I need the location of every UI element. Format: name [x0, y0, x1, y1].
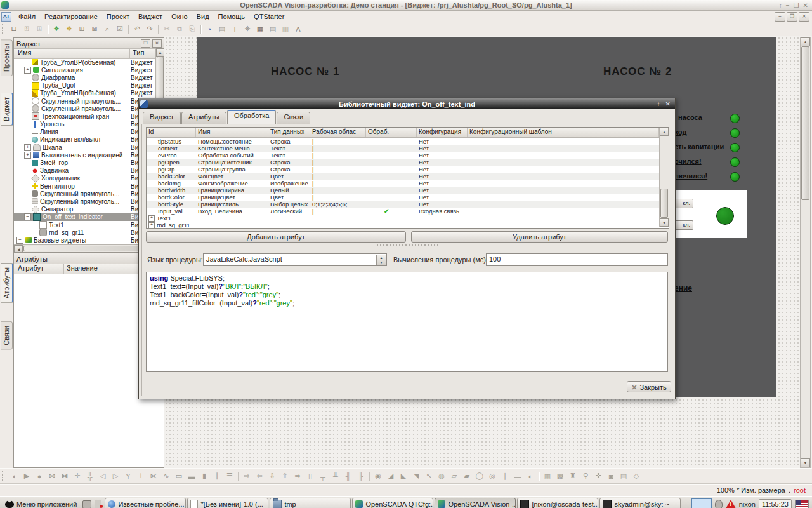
- dock-tab-Связи[interactable]: Связи: [1, 321, 13, 350]
- mouse-settings-icon[interactable]: [715, 500, 723, 508]
- toolbar-icon-21[interactable]: ❋: [242, 23, 253, 34]
- mdi-restore-button[interactable]: ❐: [787, 12, 797, 22]
- tree-item-Труба_Ugol[interactable]: Труба_UgolВиджет: [14, 82, 156, 90]
- element-toolbar-icon-1[interactable]: ▶: [21, 471, 32, 481]
- table-header-Конфигурационный шаблон[interactable]: Конфигурационный шаблон: [468, 128, 659, 137]
- element-toolbar-icon-22[interactable]: ⇧: [279, 471, 291, 481]
- attribute-row-evProc[interactable]: evProcОбработка событийТекст|Нет: [147, 152, 669, 159]
- scrollbar-thumb[interactable]: [801, 46, 809, 200]
- tree-item-Диафрагма[interactable]: ДиафрагмаВиджет: [14, 74, 156, 81]
- column-name[interactable]: Имя: [14, 49, 31, 58]
- toolbar-icon-18[interactable]: ◔: [204, 23, 215, 34]
- column-type[interactable]: Тип: [129, 49, 144, 58]
- attribute-row-bordWidth[interactable]: bordWidthГраница:ширинаЦелый|Нет: [147, 187, 669, 194]
- element-toolbar-icon-21[interactable]: ⇩: [266, 471, 278, 481]
- tree-item-Базовые виджеты[interactable]: −Базовые виджетыБиблиотека: [14, 236, 156, 244]
- element-toolbar-icon-37[interactable]: ▰: [461, 471, 473, 481]
- toolbar-icon-25[interactable]: A: [292, 23, 304, 34]
- procedure-code-editor[interactable]: using Special.FLibSYS;Text1_text=(Input_…: [146, 272, 668, 372]
- menu-Проект[interactable]: Проект: [102, 12, 134, 21]
- tree-item-rnd_sq_gr11[interactable]: rnd_sq_gr11Виджет: [14, 229, 156, 236]
- element-toolbar-icon-6[interactable]: ╬: [84, 471, 96, 481]
- menu-Помощь[interactable]: Помощь: [214, 12, 250, 21]
- tree-item-Холодильник[interactable]: ХолодильникВиджет: [14, 175, 156, 182]
- element-toolbar-icon-25[interactable]: ╤: [317, 471, 329, 481]
- splitter-handle[interactable]: [377, 244, 438, 246]
- tree-item-Скругленный прямоуголь...[interactable]: Скругленный прямоуголь...Виджет: [14, 97, 156, 105]
- element-toolbar-icon-26[interactable]: ╨: [330, 471, 341, 481]
- table-header-Конфигурация[interactable]: Конфигурация: [417, 128, 468, 137]
- element-toolbar-icon-2[interactable]: ●: [34, 471, 45, 481]
- tree-horizontal-scrollbar[interactable]: ◀: [14, 244, 156, 252]
- scrollbar-thumb[interactable]: [660, 189, 668, 218]
- tree-item-Уровень[interactable]: УровеньВиджет: [14, 121, 156, 128]
- menu-Виджет[interactable]: Виджет: [134, 12, 167, 21]
- element-toolbar-icon-7[interactable]: ◁: [97, 471, 108, 481]
- element-toolbar-icon-34[interactable]: ↖: [423, 471, 435, 481]
- toolbar-icon-23[interactable]: ▤: [267, 23, 278, 34]
- tree-item-Скругленный прямоуголь...[interactable]: Скругленный прямоуголь...Виджет: [14, 197, 156, 205]
- element-toolbar-icon-51[interactable]: ◇: [631, 471, 642, 481]
- attribute-row-pgGrp[interactable]: pgGrpСтраница:группаСтрока|Нет: [147, 166, 669, 173]
- tree-item-On_off_text_indicator[interactable]: −On_off_text_indicatorВиджет: [14, 213, 156, 221]
- dialog-tab-Виджет[interactable]: Виджет: [143, 112, 181, 124]
- tree-expander-icon[interactable]: +: [24, 144, 31, 151]
- workspace-pager[interactable]: [691, 498, 712, 508]
- element-toolbar-icon-16[interactable]: ∥: [211, 471, 223, 481]
- attribute-row-tipStatus[interactable]: tipStatusПомощь:состояниеСтрока|Нет: [147, 138, 669, 145]
- toolbar-icon-1[interactable]: ⍐: [21, 23, 32, 34]
- task-*[Без имени]-1.0 (...[interactable]: *[Без имени]-1.0 (...: [187, 498, 268, 508]
- table-header-Рабочая облас[interactable]: Рабочая облас: [310, 128, 366, 137]
- applications-menu-button[interactable]: Меню приложений: [1, 498, 81, 508]
- toolbar-icon-15[interactable]: ⧉: [174, 23, 185, 34]
- tree-item-Скругленный прямоуголь...[interactable]: Скругленный прямоуголь...Виджет: [14, 190, 156, 197]
- element-toolbar-icon-32[interactable]: ◣: [398, 471, 409, 481]
- menu-QTStarter[interactable]: QTStarter: [249, 12, 289, 21]
- column-value[interactable]: Значение: [63, 264, 98, 274]
- calc-period-input[interactable]: 100: [486, 253, 668, 266]
- group-row-rnd_sq_gr11[interactable]: +rnd_sq_gr11: [147, 222, 669, 229]
- dialog-tab-Атрибуты[interactable]: Атрибуты: [181, 112, 226, 124]
- table-header-Имя[interactable]: Имя: [196, 128, 268, 137]
- tree-item-Труба_УголНЛ(объёмная)[interactable]: Труба_УголНЛ(объёмная)Виджет: [14, 90, 156, 97]
- task-[nixon@oscada-test...[interactable]: [nixon@oscada-test...: [517, 498, 598, 508]
- menu-Файл[interactable]: Файл: [14, 12, 40, 21]
- table-vertical-scrollbar[interactable]: ▲ ▼: [659, 128, 669, 227]
- tree-item-Змей_гор[interactable]: Змей_горВиджет: [14, 159, 156, 166]
- table-header-Обраб.[interactable]: Обраб.: [366, 128, 417, 137]
- element-toolbar-icon-35[interactable]: ◍: [436, 471, 447, 481]
- element-toolbar-icon-49[interactable]: ◙: [605, 471, 617, 481]
- element-toolbar-icon-10[interactable]: ⊥: [135, 471, 147, 481]
- toolbar-icon-11[interactable]: ↶: [131, 23, 143, 34]
- scroll-left-icon[interactable]: ◀: [14, 245, 23, 253]
- dock-tab-Атрибуты[interactable]: Атрибуты: [1, 263, 14, 303]
- toolbar-handle[interactable]: [2, 24, 6, 34]
- element-toolbar-icon-47[interactable]: ⚲: [580, 471, 591, 481]
- group-expander-icon[interactable]: +: [148, 222, 155, 229]
- logout-button[interactable]: [93, 499, 103, 508]
- element-toolbar-icon-8[interactable]: ▷: [110, 471, 121, 481]
- keyboard-layout-flag-icon[interactable]: [795, 500, 809, 508]
- dialog-close-action-button[interactable]: ✕ Закрыть: [627, 381, 671, 392]
- element-toolbar-icon-13[interactable]: ▭: [173, 471, 185, 481]
- element-toolbar-icon-36[interactable]: ▱: [449, 471, 460, 481]
- attribute-row-context...[interactable]: context...Контекстное менюТекст|Нет: [147, 145, 669, 152]
- mdi-vertical-scrollbar[interactable]: ▲ ▼: [800, 37, 811, 468]
- tree-item-Линия[interactable]: ЛинияВиджет: [14, 128, 156, 136]
- element-toolbar-icon-14[interactable]: ▬: [186, 471, 197, 481]
- tree-item-Выключатель с индикацией[interactable]: +Выключатель с индикациейВиджет: [14, 151, 156, 159]
- tree-item-Сигнализация[interactable]: +СигнализацияВиджет: [14, 66, 156, 74]
- tree-item-Скругленный прямоуголь...[interactable]: Скругленный прямоуголь...Виджет: [14, 105, 156, 112]
- delete-attribute-button[interactable]: Удалить атрибут: [411, 231, 668, 243]
- tree-item-Труба_УголВР(объёмная)[interactable]: Труба_УголВР(объёмная)Виджет: [14, 58, 156, 66]
- panel-float-button[interactable]: ❐: [141, 39, 150, 48]
- element-toolbar-icon-45[interactable]: ▩: [554, 471, 566, 481]
- tree-item-Трёхпозиционный кран[interactable]: Трёхпозиционный кранВиджет: [14, 112, 156, 120]
- toolbar-icon-4[interactable]: ❖: [51, 23, 62, 34]
- toolbar-icon-6[interactable]: ⊞: [76, 23, 88, 34]
- clock[interactable]: 11:55:23: [759, 499, 792, 508]
- scroll-down-icon[interactable]: ▼: [660, 218, 669, 227]
- element-toolbar-icon-19[interactable]: ⇨: [241, 471, 252, 481]
- attribute-row-backColor[interactable]: backColorФон:цветЦвет|Нет: [147, 173, 669, 180]
- task-OpenSCADA Vision-...[interactable]: OpenSCADA Vision-...: [435, 498, 516, 508]
